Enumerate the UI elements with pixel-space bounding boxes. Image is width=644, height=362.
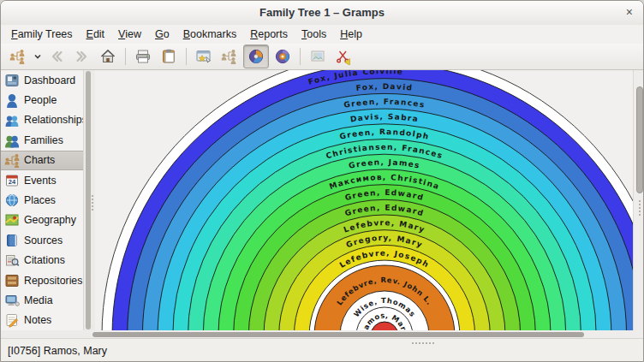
people-icon xyxy=(4,92,20,108)
menubar: Family TreesEditViewGoBookmarksReportsTo… xyxy=(1,25,643,44)
menu-item-bookmarks[interactable]: Bookmarks xyxy=(176,27,244,42)
vertical-scrollbar-thumb[interactable] xyxy=(636,86,643,193)
fanchart-canvas[interactable]: Fox, Julia ColvilleFox, DavidGreen, Fran… xyxy=(95,70,633,330)
sidebar-item-label: Repositories xyxy=(24,275,82,287)
main-area: DashboardPeopleRelationshipsFamiliesChar… xyxy=(1,70,644,330)
geography-icon xyxy=(4,212,20,228)
sidebar-item-label: Notes xyxy=(24,314,51,326)
statusbar: [I0756] Ramos, Mary xyxy=(1,338,644,362)
horizontal-scrollbar[interactable] xyxy=(90,330,644,338)
sidebar: DashboardPeopleRelationshipsFamiliesChar… xyxy=(1,70,83,330)
sidebar-item-label: Citations xyxy=(24,254,65,266)
horizontal-scrollbar-thumb[interactable] xyxy=(92,332,584,337)
toolbar-button-image-export-icon xyxy=(306,45,330,68)
close-button[interactable]: × xyxy=(626,1,633,24)
sidebar-item-label: Media xyxy=(24,294,53,306)
sidebar-item-label: Events xyxy=(24,175,57,187)
sidebar-item-people[interactable]: People xyxy=(1,90,83,110)
right-pane-grip-dot xyxy=(639,200,641,202)
splitter-grip-dot xyxy=(92,199,93,200)
right-pane-grip-dot xyxy=(639,204,641,205)
sidebar-item-label: Places xyxy=(24,194,56,206)
pedigree-icon xyxy=(221,48,238,65)
right-pane-grip-dot xyxy=(639,211,641,212)
media-icon xyxy=(4,293,20,308)
sources-icon xyxy=(4,233,20,248)
image-export-icon xyxy=(309,48,326,65)
repositories-icon xyxy=(4,273,20,288)
splitter-grip-dot xyxy=(92,205,93,207)
bottombar-grip[interactable] xyxy=(412,342,434,344)
events-icon: 24 xyxy=(4,173,20,188)
charts-icon xyxy=(4,152,20,168)
back-icon xyxy=(48,48,65,65)
chevron-down-icon xyxy=(33,48,42,65)
splitter-grip-dot xyxy=(92,209,93,211)
gramps-window: Family Tree 1 – Gramps × Family TreesEdi… xyxy=(0,0,644,362)
menu-item-help[interactable]: Help xyxy=(333,27,369,42)
home-icon xyxy=(99,48,116,65)
svg-text:24: 24 xyxy=(9,178,16,186)
fanchart-icon xyxy=(247,48,265,65)
menu-item-reports[interactable]: Reports xyxy=(243,27,295,42)
toolbar-separator xyxy=(186,48,187,65)
menu-item-edit[interactable]: Edit xyxy=(80,27,112,42)
sidebar-scrollbar[interactable] xyxy=(83,70,91,330)
toolbar-button-pedigree-icon[interactable] xyxy=(218,45,242,68)
splitter-grip-dot xyxy=(92,202,93,204)
places-icon xyxy=(4,193,20,208)
notes-icon xyxy=(4,312,20,328)
sidebar-item-notes[interactable]: Notes xyxy=(1,311,83,330)
sidebar-item-label: Charts xyxy=(24,154,55,166)
fanchart-full-icon xyxy=(274,48,291,65)
sidebar-item-places[interactable]: Places xyxy=(1,190,83,210)
status-text: [I0756] Ramos, Mary xyxy=(8,345,107,357)
toolbar-button-forward-icon xyxy=(70,45,94,68)
toolbar-button-fanchart-icon[interactable] xyxy=(243,45,269,68)
toolbar-button-scissors-icon[interactable] xyxy=(331,45,355,68)
toolbar xyxy=(1,44,643,70)
forward-icon xyxy=(74,48,91,65)
sidebar-item-label: Relationships xyxy=(24,114,87,126)
toolbar-separator xyxy=(300,48,301,65)
sidebar-item-label: People xyxy=(24,94,57,106)
sidebar-item-charts[interactable]: Charts xyxy=(1,151,83,170)
right-pane-grip-dot xyxy=(639,214,641,216)
fanchart[interactable]: Fox, Julia ColvilleFox, DavidGreen, Fran… xyxy=(95,70,633,330)
sidebar-item-media[interactable]: Media xyxy=(1,290,83,310)
menu-item-family-trees[interactable]: Family Trees xyxy=(4,27,80,42)
toolbar-button-chevron-down-icon[interactable] xyxy=(32,45,43,68)
toolbar-button-clipboard-icon[interactable] xyxy=(157,45,181,68)
splitter-grip-dot xyxy=(92,195,93,197)
sidebar-item-geography[interactable]: Geography xyxy=(1,211,83,230)
sidebar-item-label: Families xyxy=(24,134,63,146)
sidebar-item-dashboard[interactable]: Dashboard xyxy=(1,70,83,90)
toolbar-button-fanchart-full-icon[interactable] xyxy=(271,45,295,68)
sidebar-item-families[interactable]: Families xyxy=(1,130,83,150)
sidebar-item-repositories[interactable]: Repositories xyxy=(1,270,83,290)
toolbar-button-person-tree-icon[interactable] xyxy=(6,45,30,68)
sidebar-item-sources[interactable]: Sources xyxy=(1,230,83,250)
sidebar-item-citations[interactable]: Citations xyxy=(1,251,83,270)
toolbar-button-configure-view-icon[interactable] xyxy=(192,45,216,68)
person-tree-icon xyxy=(9,48,27,65)
menu-item-go[interactable]: Go xyxy=(148,27,176,42)
window-title: Family Tree 1 – Gramps xyxy=(1,1,643,25)
toolbar-separator xyxy=(125,48,126,65)
toolbar-button-back-icon xyxy=(45,45,69,68)
citations-icon xyxy=(4,252,20,268)
sidebar-item-relationships[interactable]: Relationships xyxy=(1,110,83,130)
menu-item-tools[interactable]: Tools xyxy=(295,27,333,42)
vertical-scrollbar[interactable] xyxy=(633,70,644,330)
sidebar-item-events[interactable]: 24Events xyxy=(1,170,83,190)
clipboard-icon xyxy=(160,48,177,65)
sidebar-scrollbar-thumb[interactable] xyxy=(86,71,91,329)
titlebar: Family Tree 1 – Gramps × xyxy=(1,1,643,26)
print-icon xyxy=(134,48,152,65)
toolbar-button-home-icon[interactable] xyxy=(96,45,120,68)
sidebar-item-label: Dashboard xyxy=(24,74,75,86)
toolbar-button-print-icon[interactable] xyxy=(131,45,155,68)
families-icon xyxy=(4,133,20,148)
dashboard-icon xyxy=(4,73,20,88)
menu-item-view[interactable]: View xyxy=(111,27,148,42)
